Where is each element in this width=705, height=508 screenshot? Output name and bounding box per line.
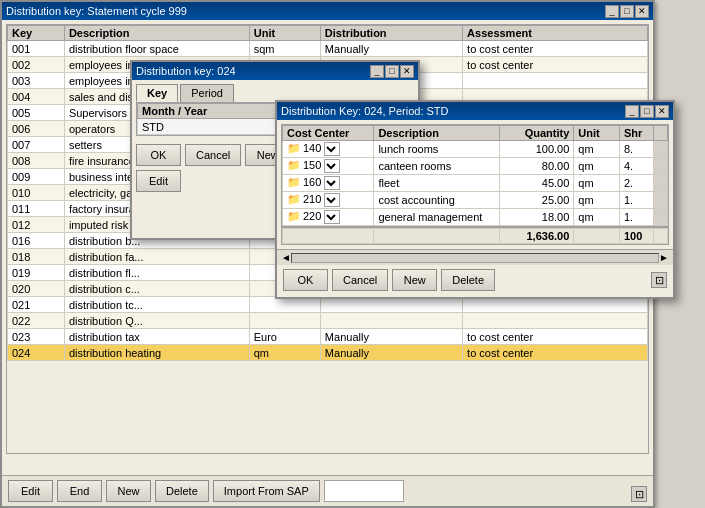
d024-cancel-button[interactable]: Cancel: [185, 144, 241, 166]
cell-assess: to cost center: [463, 345, 648, 361]
p-cell-scroll: [654, 158, 668, 175]
cell-key: 011: [8, 201, 65, 217]
p-cell-qty: 80.00: [500, 158, 574, 175]
cell-key: 019: [8, 265, 65, 281]
period-expand-icon[interactable]: ⊡: [651, 272, 667, 288]
p-col-shr: Shr: [619, 126, 653, 141]
p-cell-desc: lunch rooms: [374, 141, 500, 158]
p-cell-qty: 18.00: [500, 209, 574, 226]
cell-key: 022: [8, 313, 65, 329]
p-cell-scroll: [654, 209, 668, 226]
d024-tab-bar: Key Period: [132, 80, 418, 102]
cell-key: 010: [8, 185, 65, 201]
p-cell-qty: 100.00: [500, 141, 574, 158]
p-cell-scroll: [654, 192, 668, 209]
cc-dropdown[interactable]: ▼: [324, 159, 340, 173]
cell-dist: Manually: [320, 41, 462, 57]
table-row[interactable]: 023 distribution tax Euro Manually to co…: [8, 329, 648, 345]
scroll-right-icon[interactable]: ►: [659, 252, 669, 263]
search-input[interactable]: [324, 480, 404, 502]
cc-dropdown[interactable]: ▼: [324, 142, 340, 156]
period-total-shr: 100: [619, 229, 653, 244]
d024-edit-button[interactable]: Edit: [136, 170, 181, 192]
d024-titlebar-btns: _ □ ✕: [370, 65, 414, 78]
cell-key: 009: [8, 169, 65, 185]
cell-unit: sqm: [249, 41, 320, 57]
table-row[interactable]: 📁220 ▼ general management 18.00 qm 1.: [283, 209, 668, 226]
cc-dropdown[interactable]: ▼: [324, 176, 340, 190]
dialog-024-titlebar: Distribution key: 024 _ □ ✕: [132, 62, 418, 80]
expand-icon[interactable]: ⊡: [631, 486, 647, 502]
cell-desc: distribution heating: [64, 345, 249, 361]
period-restore[interactable]: □: [640, 105, 654, 118]
period-dialog: Distribution Key: 024, Period: STD _ □ ✕…: [275, 100, 675, 299]
cell-key: 018: [8, 249, 65, 265]
period-new-button[interactable]: New: [392, 269, 437, 291]
cc-dropdown[interactable]: ▼: [324, 193, 340, 207]
p-cell-desc: fleet: [374, 175, 500, 192]
period-table-container: Cost Center Description Quantity Unit Sh…: [281, 124, 669, 245]
p-cell-qty: 45.00: [500, 175, 574, 192]
minimize-button[interactable]: _: [605, 5, 619, 18]
cell-key: 003: [8, 73, 65, 89]
cell-key: 008: [8, 153, 65, 169]
p-cell-unit: qm: [574, 192, 620, 209]
table-row[interactable]: 022 distribution Q...: [8, 313, 648, 329]
cell-key: 024: [8, 345, 65, 361]
p-cell-shr: 1.: [619, 209, 653, 226]
cell-dist: Manually: [320, 329, 462, 345]
delete-button[interactable]: Delete: [155, 480, 209, 502]
p-col-qty: Quantity: [500, 126, 574, 141]
import-button[interactable]: Import From SAP: [213, 480, 320, 502]
period-hscrollbar[interactable]: ◄ ►: [277, 249, 673, 265]
dialog-024-title: Distribution key: 024: [136, 65, 236, 77]
cell-desc: distribution tax: [64, 329, 249, 345]
restore-button[interactable]: □: [620, 5, 634, 18]
table-row[interactable]: 001 distribution floor space sqm Manuall…: [8, 41, 648, 57]
d024-close[interactable]: ✕: [400, 65, 414, 78]
cell-key: 007: [8, 137, 65, 153]
cell-key: 001: [8, 41, 65, 57]
d024-ok-button[interactable]: OK: [136, 144, 181, 166]
p-col-cc: Cost Center: [283, 126, 374, 141]
p-cell-shr: 2.: [619, 175, 653, 192]
period-minimize[interactable]: _: [625, 105, 639, 118]
col-key: Key: [8, 26, 65, 41]
tab-key[interactable]: Key: [136, 84, 178, 102]
p-cell-cc: 📁160 ▼: [283, 175, 374, 192]
period-total-row: 1,636.00 100: [282, 226, 668, 244]
cell-assess: to cost center: [463, 41, 648, 57]
table-row[interactable]: 📁210 ▼ cost accounting 25.00 qm 1.: [283, 192, 668, 209]
table-row[interactable]: 📁160 ▼ fleet 45.00 qm 2.: [283, 175, 668, 192]
d024-restore[interactable]: □: [385, 65, 399, 78]
period-title: Distribution Key: 024, Period: STD: [281, 105, 449, 117]
cell-desc: distribution tc...: [64, 297, 249, 313]
period-delete-button[interactable]: Delete: [441, 269, 495, 291]
p-cell-cc: 📁150 ▼: [283, 158, 374, 175]
p-cell-shr: 8.: [619, 141, 653, 158]
period-ok-button[interactable]: OK: [283, 269, 328, 291]
scroll-left-icon[interactable]: ◄: [281, 252, 291, 263]
p-col-unit: Unit: [574, 126, 620, 141]
edit-button[interactable]: Edit: [8, 480, 53, 502]
cell-key: 012: [8, 217, 65, 233]
period-cancel-button[interactable]: Cancel: [332, 269, 388, 291]
table-row[interactable]: 024 distribution heating qm Manually to …: [8, 345, 648, 361]
table-row[interactable]: 📁140 ▼ lunch rooms 100.00 qm 8.: [283, 141, 668, 158]
period-table: Cost Center Description Quantity Unit Sh…: [282, 125, 668, 226]
scroll-track[interactable]: [291, 253, 659, 263]
period-titlebar: Distribution Key: 024, Period: STD _ □ ✕: [277, 102, 673, 120]
new-button[interactable]: New: [106, 480, 151, 502]
close-button[interactable]: ✕: [635, 5, 649, 18]
end-button[interactable]: End: [57, 480, 102, 502]
p-cell-unit: qm: [574, 175, 620, 192]
cc-dropdown[interactable]: ▼: [324, 210, 340, 224]
tab-period[interactable]: Period: [180, 84, 234, 102]
period-close[interactable]: ✕: [655, 105, 669, 118]
table-row[interactable]: 📁150 ▼ canteen rooms 80.00 qm 4.: [283, 158, 668, 175]
d024-minimize[interactable]: _: [370, 65, 384, 78]
cell-assess: [463, 313, 648, 329]
period-total-qty: 1,636.00: [500, 229, 574, 244]
cell-dist: Manually: [320, 345, 462, 361]
p-cell-shr: 4.: [619, 158, 653, 175]
